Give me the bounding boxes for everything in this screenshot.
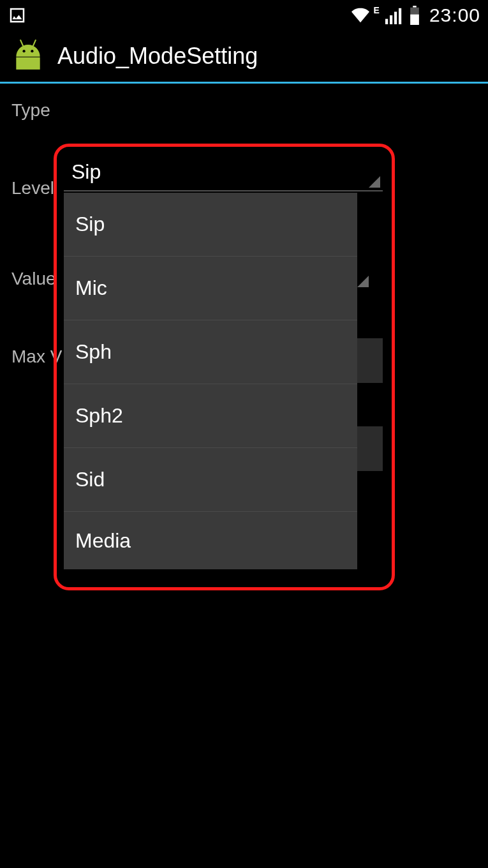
dropdown-item-media[interactable]: Media: [64, 512, 357, 569]
type-spinner[interactable]: Sip: [64, 153, 383, 191]
type-dropdown-list: Sip Mic Sph Sph2 Sid Media: [64, 193, 357, 569]
app-title: Audio_ModeSetting: [57, 43, 258, 70]
svg-rect-3: [399, 8, 401, 24]
dropdown-item-mic[interactable]: Mic: [64, 257, 357, 320]
dropdown-item-label: Sph: [75, 340, 112, 364]
value-input[interactable]: [357, 338, 383, 383]
dropdown-item-label: Sip: [75, 213, 105, 236]
android-robot-icon: [10, 40, 46, 73]
dropdown-item-label: Media: [75, 529, 131, 553]
status-bar: E 23:00: [0, 0, 488, 31]
svg-rect-0: [385, 19, 388, 24]
clock-text: 23:00: [429, 4, 480, 26]
action-bar: Audio_ModeSetting: [0, 31, 488, 82]
battery-icon: [409, 6, 420, 25]
dropdown-item-label: Sid: [75, 468, 105, 491]
level-spinner-dropdown-icon: [357, 276, 369, 287]
dropdown-item-sph2[interactable]: Sph2: [64, 384, 357, 448]
type-label: Type: [11, 100, 477, 121]
svg-rect-1: [390, 15, 392, 24]
svg-rect-2: [394, 11, 397, 24]
spinner-dropdown-icon: [369, 176, 380, 188]
dropdown-item-sph[interactable]: Sph: [64, 320, 357, 384]
max-value-input[interactable]: [357, 426, 383, 471]
svg-rect-6: [410, 15, 419, 25]
svg-rect-9: [16, 57, 40, 70]
svg-point-10: [22, 50, 25, 52]
dropdown-item-label: Sph2: [75, 404, 123, 428]
picture-icon: [8, 6, 27, 25]
svg-rect-4: [413, 6, 416, 8]
svg-line-7: [20, 40, 23, 46]
type-spinner-selected: Sip: [71, 160, 101, 184]
cell-signal-icon: [385, 6, 404, 24]
dropdown-item-sid[interactable]: Sid: [64, 448, 357, 512]
wifi-icon: [350, 6, 371, 24]
svg-line-8: [33, 40, 36, 46]
network-type-label: E: [374, 5, 380, 15]
dropdown-item-label: Mic: [75, 276, 107, 300]
svg-point-11: [31, 50, 33, 52]
dropdown-item-sip[interactable]: Sip: [64, 193, 357, 257]
